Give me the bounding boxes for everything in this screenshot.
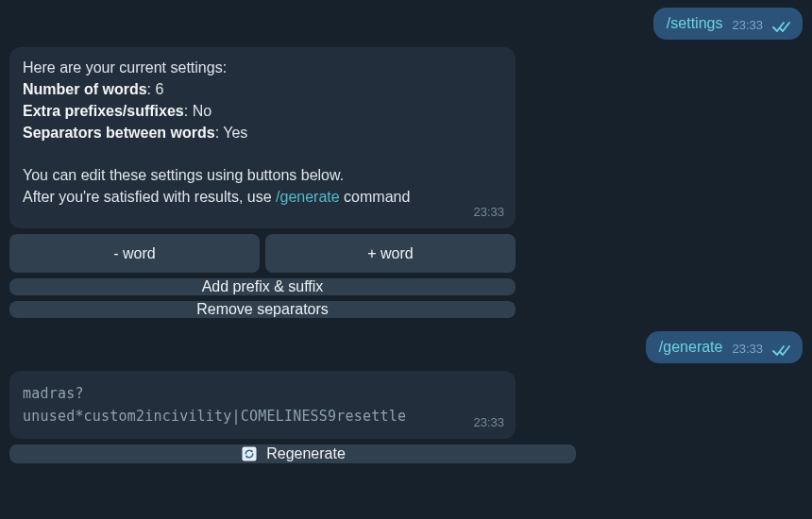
svg-rect-0 [243,447,257,461]
settings-intro: Here are your current settings: [23,57,502,78]
outgoing-message[interactable]: /settings 23:33 [653,8,803,40]
refresh-icon [240,444,259,463]
settings-reply-message[interactable]: Here are your current settings: Number o… [9,47,516,228]
message-time: 23:33 [473,201,504,223]
settings-edit-hint: You can edit these settings using button… [23,164,502,186]
settings-after-hint: After you're satisfied with results, use… [23,186,502,208]
message-time: 23:33 [732,341,763,358]
plus-word-button[interactable]: + word [265,234,516,273]
generate-inline-keyboard: Regenerate [9,444,576,463]
regenerate-label: Regenerate [266,445,346,462]
remove-separators-button[interactable]: Remove separators [9,301,516,318]
settings-line: Separators between words: Yes [23,122,502,143]
settings-inline-keyboard: - word + word Add prefix & suffix Remove… [9,234,516,318]
generated-password: madras?unused*custom2incivility|COMELINE… [23,385,406,425]
generate-link[interactable]: /generate [276,189,340,205]
minus-word-button[interactable]: - word [9,234,260,273]
outgoing-message[interactable]: /generate 23:33 [646,331,803,363]
generate-reply-message[interactable]: madras?unused*custom2incivility|COMELINE… [9,371,516,439]
message-time: 23:33 [473,411,504,433]
command-text: /settings [667,13,723,34]
read-checks-icon [772,21,791,34]
read-checks-icon [772,344,791,358]
message-time: 23:33 [732,17,763,34]
settings-line: Extra prefixes/suffixes: No [23,100,502,122]
settings-line: Number of words: 6 [23,78,502,100]
regenerate-button[interactable]: Regenerate [9,444,576,463]
add-prefix-suffix-button[interactable]: Add prefix & suffix [9,278,516,295]
command-text: /generate [659,337,723,358]
